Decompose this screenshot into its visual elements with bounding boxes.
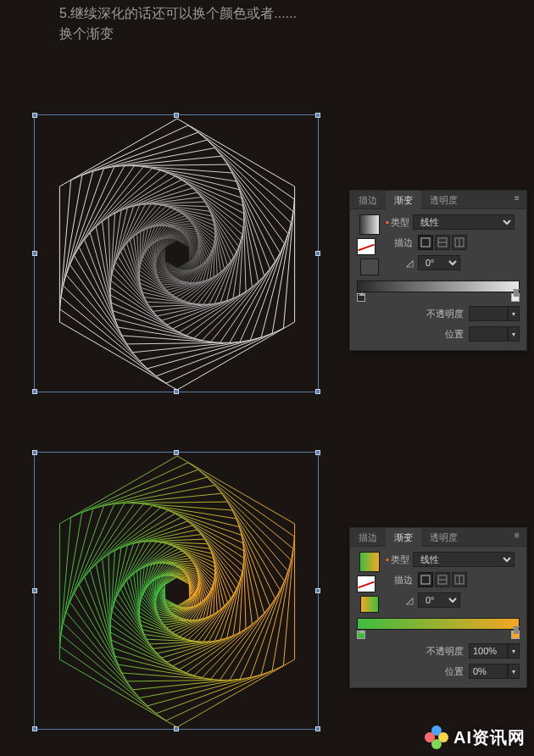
- reverse-gradient-icon[interactable]: [360, 596, 379, 613]
- caption-line-2: 换个渐变: [59, 24, 297, 44]
- tab-gradient[interactable]: 渐变: [386, 528, 421, 547]
- dropdown-icon[interactable]: ▾: [508, 643, 520, 659]
- caption-line-1: 5.继续深化的话还可以换个颜色或者......: [59, 3, 297, 24]
- watermark-logo-icon: [425, 725, 448, 749]
- svg-rect-0: [421, 238, 430, 247]
- reverse-gradient-icon[interactable]: [360, 258, 379, 275]
- type-label: 类型: [391, 553, 409, 566]
- instruction-text: 5.继续深化的话还可以换个颜色或者...... 换个渐变: [59, 3, 297, 44]
- dropdown-icon[interactable]: ▾: [508, 326, 520, 342]
- svg-rect-5: [421, 575, 430, 584]
- none-swatch-icon[interactable]: [357, 575, 375, 592]
- gradient-panel-2: ≡ 描边 渐变 透明度 • 类型 线性 描边: [349, 527, 527, 688]
- angle-icon: ◿: [386, 258, 413, 269]
- stroke-mode-within-icon[interactable]: [418, 572, 433, 587]
- edited-indicator-icon: •: [386, 554, 389, 564]
- watermark: AI资讯网: [425, 725, 526, 749]
- gradient-type-select[interactable]: 线性: [413, 552, 515, 567]
- stroke-mode-within-icon[interactable]: [418, 235, 433, 250]
- tab-stroke[interactable]: 描边: [350, 528, 386, 547]
- stroke-mode-across-icon[interactable]: [452, 572, 467, 587]
- tab-gradient[interactable]: 渐变: [386, 191, 421, 209]
- panel-menu-icon[interactable]: ≡: [511, 193, 523, 205]
- gradient-stop[interactable]: [357, 631, 365, 639]
- opacity-input[interactable]: [469, 306, 508, 321]
- panel-menu-icon[interactable]: ≡: [511, 531, 523, 542]
- dropdown-icon[interactable]: ▾: [508, 664, 520, 679]
- position-label: 位置: [416, 328, 464, 341]
- trash-icon[interactable]: [511, 625, 521, 635]
- tab-stroke[interactable]: 描边: [350, 191, 386, 209]
- spiral-artwork-color: [35, 453, 320, 731]
- position-input[interactable]: [469, 664, 508, 679]
- watermark-text: AI资讯网: [453, 726, 526, 749]
- position-label: 位置: [416, 665, 464, 678]
- gradient-preview-swatch[interactable]: [359, 552, 380, 572]
- stroke-label: 描边: [386, 574, 413, 586]
- panel-tabs: 描边 渐变 透明度: [350, 191, 526, 209]
- gradient-slider[interactable]: [357, 618, 520, 630]
- angle-icon: ◿: [386, 595, 413, 606]
- type-label: 类型: [391, 216, 409, 229]
- opacity-input[interactable]: [469, 643, 508, 659]
- artboard-selection-1[interactable]: [34, 114, 319, 392]
- stroke-mode-along-icon[interactable]: [435, 572, 450, 587]
- angle-select[interactable]: 0°: [418, 592, 460, 608]
- angle-select[interactable]: 0°: [418, 255, 460, 270]
- stroke-mode-along-icon[interactable]: [435, 235, 450, 250]
- stroke-label: 描边: [386, 236, 413, 249]
- artboard-selection-2[interactable]: [34, 452, 319, 730]
- panel-tabs: 描边 渐变 透明度: [350, 528, 526, 547]
- trash-icon[interactable]: [511, 287, 521, 297]
- opacity-label: 不透明度: [416, 645, 464, 658]
- tab-transparency[interactable]: 透明度: [421, 191, 466, 209]
- spiral-artwork-gray: [35, 115, 320, 393]
- opacity-label: 不透明度: [416, 308, 464, 320]
- gradient-type-select[interactable]: 线性: [413, 214, 515, 230]
- position-input[interactable]: [469, 326, 508, 342]
- edited-indicator-icon: •: [386, 217, 389, 227]
- gradient-stop[interactable]: [357, 293, 365, 302]
- stroke-mode-across-icon[interactable]: [452, 235, 467, 250]
- gradient-panel-1: ≡ 描边 渐变 透明度 • 类型 线性 描边: [349, 190, 527, 351]
- gradient-preview-swatch[interactable]: [359, 214, 380, 235]
- none-swatch-icon[interactable]: [357, 238, 375, 255]
- dropdown-icon[interactable]: ▾: [508, 306, 520, 321]
- tab-transparency[interactable]: 透明度: [421, 528, 466, 547]
- gradient-slider[interactable]: [357, 281, 520, 292]
